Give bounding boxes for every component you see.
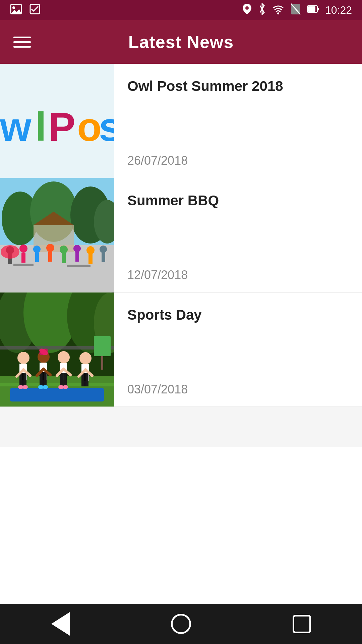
svg-rect-31 xyxy=(35,253,39,262)
sports-day-image xyxy=(0,292,114,407)
hamburger-line-1 xyxy=(13,37,31,38)
owl-post-image: w l P o s t xyxy=(0,64,114,178)
news-item-date: 03/07/2018 xyxy=(127,376,349,396)
news-item-image xyxy=(0,292,114,407)
hamburger-line-2 xyxy=(13,41,31,43)
svg-rect-39 xyxy=(88,254,93,264)
news-item-date: 12/07/2018 xyxy=(127,261,349,282)
news-list: w l P o s t Owl Post Summer 2018 26/07/2… xyxy=(0,64,362,604)
news-item-image xyxy=(0,178,114,292)
news-item-title: Owl Post Summer 2018 xyxy=(127,77,349,96)
svg-rect-29 xyxy=(21,253,25,263)
bluetooth-status-icon xyxy=(258,3,266,17)
svg-point-40 xyxy=(100,246,107,253)
news-item-content: Owl Post Summer 2018 26/07/2018 xyxy=(114,64,362,178)
status-bar: 10:22 xyxy=(0,0,362,20)
hamburger-line-3 xyxy=(13,46,31,48)
image-status-icon xyxy=(10,3,22,17)
page-title: Latest News xyxy=(128,32,234,52)
svg-point-38 xyxy=(86,246,95,254)
svg-point-85 xyxy=(63,385,68,389)
svg-text:w: w xyxy=(0,104,32,149)
list-item[interactable]: Summer BBQ 12/07/2018 xyxy=(0,178,362,292)
signal-status-icon xyxy=(290,3,301,17)
svg-point-4 xyxy=(245,6,249,10)
svg-point-54 xyxy=(17,352,29,364)
svg-text:s: s xyxy=(99,104,114,149)
bottom-navigation xyxy=(0,604,362,644)
svg-rect-57 xyxy=(23,373,26,386)
svg-point-30 xyxy=(33,246,41,253)
svg-point-68 xyxy=(79,352,92,364)
svg-rect-10 xyxy=(308,6,315,12)
svg-rect-52 xyxy=(0,383,114,386)
svg-rect-35 xyxy=(62,253,66,263)
news-item-content: Summer BBQ 12/07/2018 xyxy=(114,178,362,292)
svg-rect-53 xyxy=(10,388,104,401)
svg-text:P: P xyxy=(49,104,75,149)
home-icon xyxy=(171,614,191,634)
list-item[interactable]: w l P o s t Owl Post Summer 2018 26/07/2… xyxy=(0,64,362,178)
task-status-icon xyxy=(29,3,41,17)
status-bar-left-icons xyxy=(10,3,41,17)
list-item[interactable]: Sports Day 03/07/2018 xyxy=(0,292,362,407)
svg-point-64 xyxy=(58,351,70,363)
svg-point-32 xyxy=(46,244,54,252)
back-button[interactable] xyxy=(44,610,77,637)
svg-rect-67 xyxy=(63,373,67,386)
svg-point-36 xyxy=(73,245,81,252)
svg-rect-33 xyxy=(48,252,52,262)
svg-rect-44 xyxy=(67,265,90,267)
app-bar: Latest News xyxy=(0,20,362,64)
summer-bbq-image xyxy=(0,178,114,292)
svg-point-34 xyxy=(60,246,68,254)
news-item-date: 26/07/2018 xyxy=(127,147,349,168)
svg-rect-87 xyxy=(101,356,103,370)
status-time: 10:22 xyxy=(325,4,352,16)
svg-point-1 xyxy=(12,6,15,9)
svg-point-83 xyxy=(43,385,48,389)
svg-point-42 xyxy=(1,245,19,259)
recents-icon xyxy=(293,615,311,633)
svg-marker-2 xyxy=(11,9,21,14)
location-status-icon xyxy=(242,3,252,17)
svg-rect-66 xyxy=(60,373,63,386)
svg-rect-43 xyxy=(13,264,34,266)
news-item-content: Sports Day 03/07/2018 xyxy=(114,292,362,407)
content-spacer xyxy=(0,407,362,447)
svg-rect-61 xyxy=(43,372,47,386)
svg-point-28 xyxy=(19,245,27,253)
svg-rect-71 xyxy=(85,373,88,386)
home-button[interactable] xyxy=(164,610,198,637)
news-item-image: w l P o s t xyxy=(0,64,114,178)
news-item-title: Sports Day xyxy=(127,306,349,324)
svg-text:l: l xyxy=(35,104,46,149)
wifi-status-icon xyxy=(272,3,284,17)
svg-point-5 xyxy=(277,12,279,14)
svg-rect-9 xyxy=(317,8,319,10)
news-item-title: Summer BBQ xyxy=(127,192,349,210)
svg-point-81 xyxy=(22,385,28,389)
svg-rect-37 xyxy=(75,252,79,262)
svg-rect-41 xyxy=(102,253,105,262)
status-bar-right-icons: 10:22 xyxy=(242,3,352,17)
svg-rect-60 xyxy=(40,372,43,386)
svg-rect-86 xyxy=(94,336,111,356)
hamburger-menu-button[interactable] xyxy=(13,37,31,48)
battery-status-icon xyxy=(307,4,319,16)
svg-text:o: o xyxy=(77,104,101,149)
back-icon xyxy=(51,612,70,636)
recents-button[interactable] xyxy=(285,610,318,637)
